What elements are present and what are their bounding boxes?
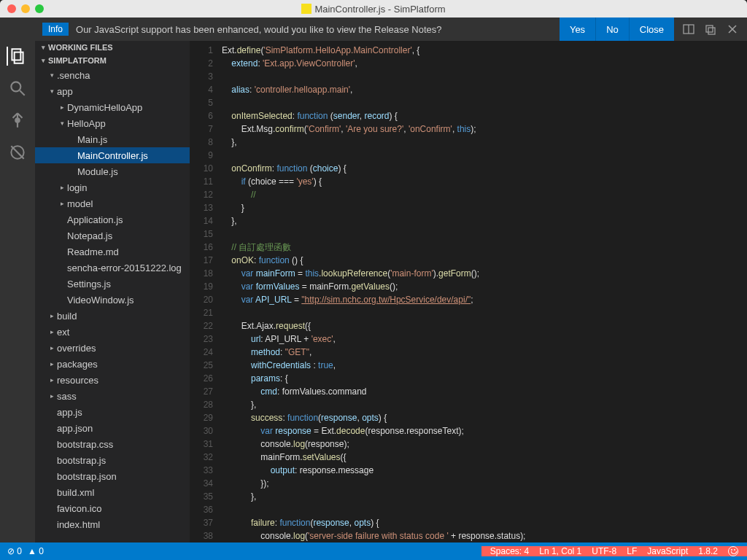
svg-rect-8	[706, 26, 713, 32]
info-text: Our JavaScript support has been enhanced…	[76, 24, 560, 35]
svg-rect-0	[12, 49, 20, 60]
status-position[interactable]: Ln 1, Col 1	[539, 546, 581, 556]
folder-item[interactable]: ▾app	[35, 83, 190, 99]
file-item[interactable]: bootstrap.json	[35, 468, 190, 484]
overflow-icon[interactable]	[705, 23, 716, 35]
folder-item[interactable]: ▸ext	[35, 324, 190, 340]
split-editor-icon[interactable]	[683, 23, 694, 35]
status-spaces[interactable]: Spaces: 4	[490, 546, 529, 556]
folder-item[interactable]: ▸model	[35, 195, 190, 211]
line-gutter: 1234567891011121314151617181920212223242…	[190, 41, 222, 542]
status-language[interactable]: JavaScript	[647, 546, 688, 556]
file-item[interactable]: VideoWindow.js	[35, 292, 190, 308]
debug-icon[interactable]	[8, 143, 27, 162]
explorer-icon[interactable]	[8, 47, 27, 66]
file-tree: ▾.sencha▾app▸DynamicHelloApp▾HelloAppMai…	[35, 67, 190, 542]
working-files-header[interactable]: ▾WORKING FILES	[35, 41, 190, 54]
file-item[interactable]: bootstrap.css	[35, 436, 190, 452]
search-icon[interactable]	[8, 79, 27, 98]
file-item[interactable]: sencha-error-20151222.log	[35, 260, 190, 276]
file-item[interactable]: Readme.md	[35, 244, 190, 260]
folder-item[interactable]: ▸build	[35, 308, 190, 324]
folder-item[interactable]: ▸login	[35, 179, 190, 195]
status-errors[interactable]: ⊘ 0	[7, 546, 22, 556]
folder-item[interactable]: ▸DynamicHelloApp	[35, 99, 190, 115]
file-item[interactable]: build.xml	[35, 484, 190, 500]
folder-item[interactable]: ▸resources	[35, 372, 190, 388]
status-bar: ⊘ 0 ▲ 0 Spaces: 4 Ln 1, Col 1 UTF-8 LF J…	[0, 542, 747, 560]
info-badge: Info	[42, 23, 69, 36]
editor[interactable]: 1234567891011121314151617181920212223242…	[190, 18, 747, 542]
status-warnings[interactable]: ▲ 0	[28, 546, 44, 556]
window-title: MainController.js - SimPlatform	[0, 4, 747, 15]
info-bar: Info Our JavaScript support has been enh…	[35, 18, 747, 41]
project-header[interactable]: ▾SIMPLATFORM	[35, 54, 190, 67]
window-controls	[0, 4, 44, 13]
activity-bar	[0, 18, 35, 542]
info-no-button[interactable]: No	[595, 18, 629, 41]
folder-item[interactable]: ▸overrides	[35, 340, 190, 356]
file-item[interactable]: Main.js	[35, 131, 190, 147]
git-icon[interactable]	[8, 111, 27, 130]
file-item[interactable]: bootstrap.js	[35, 452, 190, 468]
titlebar: MainController.js - SimPlatform	[0, 0, 747, 18]
file-item[interactable]: app.json	[35, 420, 190, 436]
file-item[interactable]: Application.js	[35, 211, 190, 228]
file-item[interactable]: favicon.ico	[35, 500, 190, 516]
feedback-icon[interactable]	[728, 546, 738, 556]
info-yes-button[interactable]: Yes	[560, 18, 595, 41]
status-version: 1.8.2	[698, 546, 718, 556]
close-editor-icon[interactable]	[727, 23, 738, 35]
file-item[interactable]: Module.js	[35, 163, 190, 179]
sidebar: EXPLORER ▾WORKING FILES ▾SIMPLATFORM ▾.s…	[35, 18, 190, 542]
svg-rect-1	[15, 52, 23, 63]
status-eol[interactable]: LF	[627, 546, 637, 556]
file-item[interactable]: Notepad.js	[35, 228, 190, 244]
close-window-button[interactable]	[7, 4, 16, 13]
svg-point-2	[11, 82, 20, 91]
file-item[interactable]: Settings.js	[35, 276, 190, 292]
info-close-button[interactable]: Close	[629, 18, 674, 41]
folder-item[interactable]: ▸sass	[35, 388, 190, 404]
file-item[interactable]: app.js	[35, 404, 190, 420]
status-encoding[interactable]: UTF-8	[592, 546, 616, 556]
folder-item[interactable]: ▾HelloApp	[35, 115, 190, 131]
maximize-window-button[interactable]	[35, 4, 44, 13]
svg-point-4	[15, 118, 19, 122]
folder-item[interactable]: ▸packages	[35, 356, 190, 372]
svg-rect-9	[708, 28, 715, 34]
js-file-icon	[301, 4, 311, 14]
code-area[interactable]: Ext.define('SimPlatform.HelloApp.MainCon…	[222, 41, 747, 542]
file-item[interactable]: index.html	[35, 516, 190, 532]
file-item[interactable]: MainController.js	[35, 147, 190, 163]
minimize-window-button[interactable]	[21, 4, 30, 13]
folder-item[interactable]: ▾.sencha	[35, 67, 190, 83]
svg-line-3	[20, 90, 25, 96]
